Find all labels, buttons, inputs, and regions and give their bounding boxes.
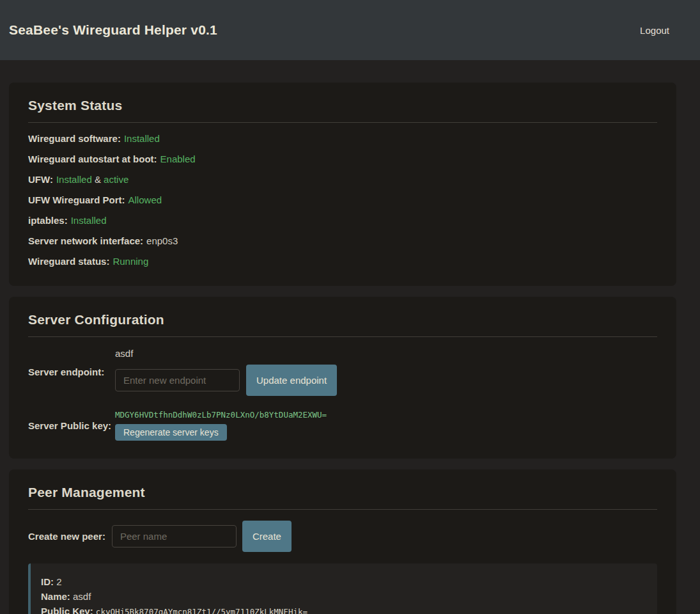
server-public-key-value: MDGY6HVDtfhnDdhW0zLb7PNz0LXnO/b8YtDUaM2E… bbox=[115, 410, 327, 420]
status-label: Wireguard autostart at boot: bbox=[28, 154, 157, 164]
server-endpoint-label: Server endpoint: bbox=[28, 366, 115, 377]
create-peer-row: Create new peer: Create bbox=[28, 521, 657, 552]
status-value: Installed bbox=[71, 215, 107, 226]
peer-name-input[interactable] bbox=[112, 525, 237, 547]
app-title: SeaBee's Wireguard Helper v0.1 bbox=[9, 22, 217, 38]
system-status-heading: System Status bbox=[19, 98, 666, 113]
status-row: UFW Wireguard Port:Allowed bbox=[28, 195, 657, 205]
logout-link[interactable]: Logout bbox=[640, 25, 669, 36]
status-value: enp0s3 bbox=[146, 235, 178, 246]
endpoint-input[interactable] bbox=[115, 369, 240, 391]
status-row: Wireguard autostart at boot:Enabled bbox=[28, 154, 657, 164]
peer-card: ID: 2Name: asdfPublic Key: ckyOHj5Bk8707… bbox=[28, 563, 657, 614]
status-label: Wireguard status: bbox=[28, 256, 109, 267]
server-endpoint-current-value: asdf bbox=[115, 348, 337, 359]
status-row: Wireguard software:Installed bbox=[28, 134, 657, 144]
divider bbox=[28, 509, 657, 510]
update-endpoint-button[interactable]: Update endpoint bbox=[246, 365, 337, 396]
server-public-key-label: Server Public key: bbox=[28, 420, 115, 431]
divider bbox=[28, 336, 657, 337]
status-value: active bbox=[104, 174, 128, 185]
peer-public-key-line: Public Key: ckyOHj5Bk8707gAYmcn81Zt1//5y… bbox=[41, 604, 644, 614]
peer-field-label: Name: bbox=[41, 591, 73, 602]
peer-list: ID: 2Name: asdfPublic Key: ckyOHj5Bk8707… bbox=[28, 563, 657, 614]
status-value: Installed bbox=[56, 174, 92, 185]
peer-name-line: Name: asdf bbox=[41, 589, 644, 604]
status-value: Enabled bbox=[160, 154, 196, 164]
status-row: UFW:Installed & active bbox=[28, 175, 657, 185]
peer-management-heading: Peer Management bbox=[19, 485, 666, 500]
status-value: & bbox=[92, 174, 104, 185]
create-peer-label: Create new peer: bbox=[28, 531, 105, 542]
server-config-heading: Server Configuration bbox=[19, 312, 666, 327]
status-label: Server network interface: bbox=[28, 235, 143, 246]
status-label: UFW: bbox=[28, 174, 53, 185]
system-status-list: Wireguard software:InstalledWireguard au… bbox=[19, 134, 666, 267]
divider bbox=[28, 122, 657, 123]
regenerate-keys-button[interactable]: Regenerate server keys bbox=[115, 424, 227, 441]
create-peer-button[interactable]: Create bbox=[242, 521, 292, 552]
status-label: Wireguard software: bbox=[28, 133, 121, 144]
status-value: Running bbox=[113, 256, 148, 267]
navbar: SeaBee's Wireguard Helper v0.1 Logout bbox=[0, 0, 700, 60]
server-config-panel: Server Configuration Server endpoint: as… bbox=[9, 297, 676, 459]
main-content: System Status Wireguard software:Install… bbox=[9, 83, 676, 614]
status-label: iptables: bbox=[28, 215, 68, 226]
peer-id-line: ID: 2 bbox=[41, 574, 644, 589]
peer-field-label: ID: bbox=[41, 576, 56, 587]
status-row: Server network interface:enp0s3 bbox=[28, 236, 657, 246]
peer-management-panel: Peer Management Create new peer: Create … bbox=[9, 469, 676, 614]
peer-field-value: 2 bbox=[56, 576, 61, 587]
status-value: Allowed bbox=[128, 194, 162, 205]
peer-field-value: ckyOHj5Bk8707gAYmcn81Zt1//5ym7110ZkLkMNF… bbox=[96, 607, 307, 614]
peer-field-label: Public Key: bbox=[41, 606, 96, 614]
peer-field-value: asdf bbox=[73, 591, 91, 602]
server-endpoint-row: Server endpoint: asdf Update endpoint bbox=[28, 348, 657, 396]
server-public-key-row: Server Public key: MDGY6HVDtfhnDdhW0zLb7… bbox=[28, 410, 657, 441]
status-label: UFW Wireguard Port: bbox=[28, 194, 125, 205]
system-status-panel: System Status Wireguard software:Install… bbox=[9, 83, 676, 286]
status-row: Wireguard status:Running bbox=[28, 256, 657, 267]
status-row: iptables:Installed bbox=[28, 216, 657, 226]
status-value: Installed bbox=[124, 133, 160, 144]
